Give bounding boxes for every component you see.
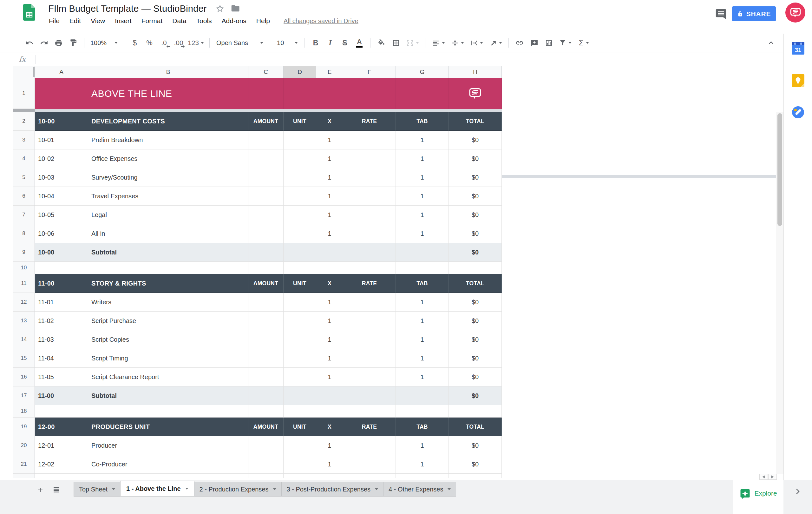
chevron-down-icon[interactable] (273, 488, 276, 490)
cell-G11[interactable]: TAB (396, 274, 449, 293)
cell-E20[interactable]: 1 (316, 436, 343, 455)
cell-E1[interactable] (316, 78, 343, 109)
cell-D9[interactable] (284, 243, 316, 262)
cell-H6[interactable]: $0 (449, 187, 502, 206)
cell-E9[interactable] (316, 243, 343, 262)
select-all-corner[interactable] (13, 66, 35, 78)
google-keep-icon[interactable] (792, 74, 804, 87)
cell-H15[interactable]: $0 (449, 349, 502, 368)
cell-G18[interactable] (396, 405, 449, 418)
cell-D15[interactable] (284, 349, 316, 368)
format-percent-button[interactable]: % (142, 36, 157, 50)
font-family-select[interactable]: Open Sans (213, 36, 266, 50)
row-header-10[interactable]: 10 (13, 262, 35, 274)
cell-D8[interactable] (284, 224, 316, 243)
row-header-17[interactable]: 17 (13, 387, 35, 405)
cell-A9[interactable]: 10-00 (35, 243, 88, 262)
share-button[interactable]: SHARE (732, 6, 776, 21)
cell-E19[interactable]: X (316, 418, 343, 436)
cell-C18[interactable] (249, 405, 284, 418)
cell-A19[interactable]: 12-00 (35, 418, 88, 436)
cell-H11[interactable]: TOTAL (449, 274, 502, 293)
cell-G10[interactable] (396, 262, 449, 274)
vertical-scrollbar-thumb[interactable] (777, 113, 782, 226)
cell-E8[interactable]: 1 (316, 224, 343, 243)
format-currency-button[interactable]: $ (127, 36, 142, 50)
cell-H1[interactable] (449, 78, 502, 109)
cell-G19[interactable]: TAB (396, 418, 449, 436)
row-header-20[interactable]: 20 (13, 436, 35, 455)
cell-A7[interactable]: 10-05 (35, 206, 88, 224)
cell-G2[interactable]: TAB (396, 112, 449, 131)
saved-status[interactable]: All changes saved in Drive (284, 18, 358, 25)
cell-F16[interactable] (343, 368, 396, 387)
row-header-3[interactable]: 3 (13, 131, 35, 149)
cell-G5[interactable]: 1 (396, 168, 449, 187)
cell-H3[interactable]: $0 (449, 131, 502, 149)
cell-H20[interactable]: $0 (449, 436, 502, 455)
cell-A13[interactable]: 11-02 (35, 312, 88, 330)
cell-F17[interactable] (343, 387, 396, 405)
cell-G21[interactable]: 1 (396, 455, 449, 474)
cell-G13[interactable]: 1 (396, 312, 449, 330)
text-rotation-select[interactable] (486, 36, 505, 50)
fill-color-button[interactable] (374, 36, 388, 50)
cell-H2[interactable]: TOTAL (449, 112, 502, 131)
cell-F4[interactable] (343, 149, 396, 168)
frozen-column-handle[interactable] (33, 67, 35, 77)
cell-D11[interactable]: UNIT (284, 274, 316, 293)
cell-H13[interactable]: $0 (449, 312, 502, 330)
print-button[interactable] (51, 36, 66, 50)
cell-D6[interactable] (284, 187, 316, 206)
row-header-21[interactable]: 21 (13, 455, 35, 474)
cell-F21[interactable] (343, 455, 396, 474)
cell-F7[interactable] (343, 206, 396, 224)
cell-H12[interactable]: $0 (449, 293, 502, 312)
cell-E12[interactable]: 1 (316, 293, 343, 312)
cell-A16[interactable]: 11-05 (35, 368, 88, 387)
cell-B18[interactable] (88, 405, 249, 418)
cell-H5[interactable]: $0 (449, 168, 502, 187)
add-sheet-button[interactable] (35, 485, 46, 495)
cell-F20[interactable] (343, 436, 396, 455)
cell-B20[interactable]: Producer (88, 436, 249, 455)
cell-B11[interactable]: STORY & RIGHTS (88, 274, 249, 293)
increase-decimal-button[interactable]: .00 (171, 36, 186, 50)
cell-G3[interactable]: 1 (396, 131, 449, 149)
cell-C4[interactable] (249, 149, 284, 168)
cell-B13[interactable]: Script Purchase (88, 312, 249, 330)
cell-G4[interactable]: 1 (396, 149, 449, 168)
cell-B6[interactable]: Travel Expenses (88, 187, 249, 206)
cell-F-partial[interactable] (343, 474, 396, 478)
cell-E4[interactable]: 1 (316, 149, 343, 168)
cell-B4[interactable]: Office Expenses (88, 149, 249, 168)
cell-D7[interactable] (284, 206, 316, 224)
cell-B19[interactable]: PRODUCERS UNIT (88, 418, 249, 436)
column-header-e[interactable]: E (316, 66, 343, 78)
cell-C13[interactable] (249, 312, 284, 330)
google-tasks-icon[interactable] (792, 106, 804, 119)
cell-F12[interactable] (343, 293, 396, 312)
row-header-partial[interactable] (13, 474, 35, 478)
paint-format-button[interactable] (66, 36, 81, 50)
row-header-15[interactable]: 15 (13, 349, 35, 368)
cell-E16[interactable]: 1 (316, 368, 343, 387)
cell-E21[interactable]: 1 (316, 455, 343, 474)
cell-D3[interactable] (284, 131, 316, 149)
cell-H10[interactable] (449, 262, 502, 274)
cell-C2[interactable]: AMOUNT (249, 112, 284, 131)
cell-C-partial[interactable] (249, 474, 284, 478)
cell-D2[interactable]: UNIT (284, 112, 316, 131)
open-comments-button[interactable] (714, 7, 728, 21)
cell-D-partial[interactable] (284, 474, 316, 478)
cell-A2[interactable]: 10-00 (35, 112, 88, 131)
cell-E17[interactable] (316, 387, 343, 405)
cell-A5[interactable]: 10-03 (35, 168, 88, 187)
cell-C1[interactable] (249, 78, 284, 109)
cell-G8[interactable]: 1 (396, 224, 449, 243)
cell-C11[interactable]: AMOUNT (249, 274, 284, 293)
cell-B7[interactable]: Legal (88, 206, 249, 224)
menu-view[interactable]: View (90, 17, 106, 25)
menu-format[interactable]: Format (141, 17, 163, 25)
cell-D5[interactable] (284, 168, 316, 187)
